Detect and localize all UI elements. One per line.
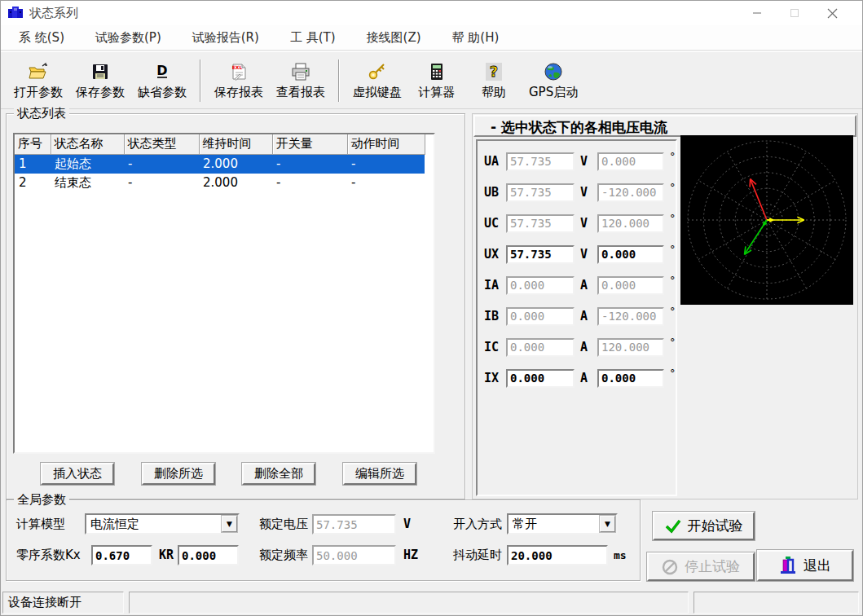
- start-test-label: 开始试验: [688, 517, 743, 535]
- app-icon: [7, 5, 24, 21]
- start-test-button[interactable]: 开始试验: [653, 512, 755, 540]
- unit-label: A: [580, 278, 592, 293]
- state-table-area: 序号 状态名称 状态类型 维持时间 开关量 动作时间 1 起始态 -: [13, 133, 435, 454]
- svg-text:?: ?: [490, 63, 498, 80]
- default-params-button[interactable]: D 缺省参数: [131, 58, 193, 103]
- phase-row-ib: IB A °: [484, 306, 676, 326]
- chevron-down-icon: ▼: [222, 516, 237, 532]
- state-list-groupbox: 状态列表 序号 状态名称 状态类型 维持时间 开关量 动作时间: [6, 113, 465, 499]
- status-bar: 设备连接断开: [1, 589, 863, 616]
- uc-value-field: [506, 214, 575, 233]
- exit-button[interactable]: 退出: [757, 550, 853, 581]
- degree-symbol: °: [670, 275, 676, 285]
- phase-row-ix: IX A °: [484, 368, 676, 388]
- svg-text:D: D: [156, 63, 167, 78]
- degree-symbol: °: [670, 213, 676, 223]
- menu-test-params[interactable]: 试验参数(P): [86, 26, 171, 50]
- edit-selected-button[interactable]: 编辑所选: [343, 463, 416, 485]
- window-title: 状态系列: [29, 6, 78, 21]
- cell: 2: [15, 174, 51, 192]
- app-window: 状态系列 系 统(S) 试验参数(P) 试验报告(R) 工 具(T) 接线图(Z…: [0, 0, 863, 616]
- maximize-icon: [790, 8, 799, 18]
- ix-angle-field[interactable]: [597, 369, 664, 388]
- phase-label: IX: [484, 371, 506, 385]
- global-params-title: 全局参数: [14, 492, 69, 507]
- calculator-icon: [428, 60, 446, 83]
- unit-label: V: [580, 154, 592, 169]
- debounce-field[interactable]: [507, 545, 608, 565]
- rated-freq-label: 额定频率: [259, 544, 308, 565]
- degree-symbol: °: [670, 337, 676, 347]
- col-header-hold-time: 维持时间: [199, 134, 272, 154]
- cell: 2.000: [199, 174, 272, 192]
- export-report-icon: EXL: [229, 60, 249, 83]
- state-table: 序号 状态名称 状态类型 维持时间 开关量 动作时间 1 起始态 -: [15, 134, 425, 192]
- state-table-header-row: 序号 状态名称 状态类型 维持时间 开关量 动作时间: [15, 134, 425, 154]
- rated-freq-field: [312, 545, 396, 565]
- calculator-button[interactable]: 计算器: [408, 58, 465, 103]
- stop-icon: [662, 559, 678, 575]
- unit-label: V: [580, 247, 592, 262]
- delete-all-button[interactable]: 删除全部: [242, 463, 315, 485]
- device-status-text: 设备连接断开: [8, 595, 81, 610]
- table-row[interactable]: 2 结束态 - 2.000 - -: [15, 174, 425, 192]
- status-panel-middle: [129, 592, 689, 614]
- minimize-button[interactable]: [738, 1, 776, 25]
- maximize-button: [776, 1, 813, 25]
- gps-start-button[interactable]: GPS启动: [522, 58, 584, 103]
- menu-wiring-diagram[interactable]: 接线图(Z): [357, 26, 431, 50]
- close-icon: [827, 8, 838, 19]
- client-area: 状态列表 序号 状态名称 状态类型 维持时间 开关量 动作时间: [1, 109, 863, 589]
- input-mode-value: 常开: [509, 517, 600, 532]
- ix-value-field[interactable]: [506, 369, 575, 388]
- phase-label: UA: [484, 154, 506, 169]
- menu-help[interactable]: 帮 助(H): [443, 26, 509, 50]
- cell: -: [272, 174, 347, 192]
- close-button[interactable]: [813, 1, 851, 25]
- delete-selected-button[interactable]: 删除所选: [142, 463, 215, 485]
- virtual-keyboard-button[interactable]: 虚拟键盘: [346, 58, 408, 103]
- ua-angle-field: [597, 152, 664, 171]
- open-params-button[interactable]: 打开参数: [7, 58, 69, 103]
- view-report-button[interactable]: 查看报表: [270, 58, 332, 103]
- kr-field[interactable]: [178, 545, 239, 565]
- cell: 2.000: [199, 154, 272, 174]
- menu-test-report[interactable]: 试验报告(R): [183, 26, 269, 50]
- phase-row-ub: UB V °: [484, 183, 676, 202]
- title-bar: 状态系列: [1, 1, 862, 25]
- phase-row-ua: UA V °: [484, 152, 676, 171]
- phasor-canvas: [680, 135, 853, 305]
- kx-field[interactable]: [91, 545, 152, 565]
- zero-seq-kx-label: 零序系数Kx: [16, 544, 81, 565]
- col-header-state-name: 状态名称: [51, 134, 124, 154]
- kr-label: KR: [159, 544, 174, 565]
- rated-voltage-unit: V: [403, 513, 411, 535]
- input-mode-combobox[interactable]: 常开 ▼: [507, 513, 618, 535]
- ia-value-field: [506, 276, 575, 295]
- cell: -: [124, 174, 199, 192]
- ia-angle-field: [597, 276, 664, 295]
- ux-value-field[interactable]: [506, 245, 575, 264]
- ub-value-field: [506, 183, 575, 202]
- save-report-button[interactable]: EXL 保存报表: [208, 58, 270, 103]
- ua-value-field: [506, 152, 575, 171]
- phase-label: UX: [484, 247, 506, 262]
- help-button[interactable]: ? 帮助: [465, 58, 522, 103]
- save-params-button[interactable]: 保存参数: [69, 58, 131, 103]
- phase-panel-header: - 选中状态下的各相电压电流: [473, 115, 856, 137]
- help-icon: ?: [484, 60, 504, 83]
- cell: 结束态: [51, 174, 124, 192]
- exit-door-icon: [779, 556, 797, 575]
- status-panel-right: [693, 592, 859, 614]
- ic-angle-field: [597, 338, 664, 357]
- ib-angle-field: [597, 307, 664, 326]
- ux-angle-field[interactable]: [597, 245, 664, 264]
- phase-row-ux: UX V °: [484, 244, 676, 264]
- insert-state-button[interactable]: 插入状态: [41, 463, 114, 485]
- menu-system[interactable]: 系 统(S): [9, 26, 74, 50]
- phase-label: UC: [484, 216, 506, 231]
- menu-tools[interactable]: 工 具(T): [280, 26, 346, 50]
- calc-model-combobox[interactable]: 电流恒定 ▼: [85, 513, 240, 535]
- degree-symbol: °: [670, 244, 676, 254]
- table-row[interactable]: 1 起始态 - 2.000 - -: [15, 154, 425, 174]
